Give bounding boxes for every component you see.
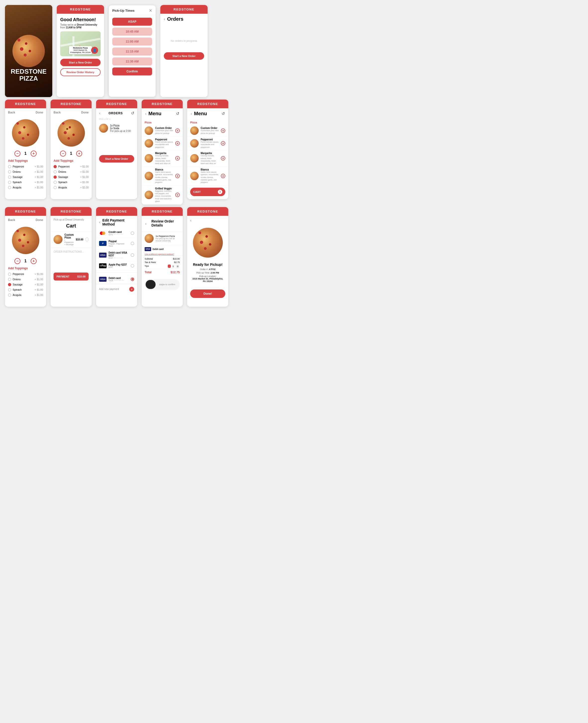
time-1100[interactable]: 11:00 AM	[112, 38, 152, 45]
use-different-payment-link[interactable]: Use a different payment method?	[142, 253, 183, 255]
topping-arugula[interactable]: Arugula + $1.00	[5, 293, 46, 298]
orders-new-order-button[interactable]: Start a New Order	[164, 52, 204, 60]
delete-icon[interactable]: ○	[85, 237, 89, 241]
payment-option-applepay[interactable]: ⊹Pay Apple Pay 6237 6237	[96, 261, 137, 271]
add-custom-button[interactable]: +	[221, 128, 225, 133]
paypal-radio[interactable]	[131, 242, 134, 245]
payment-option-debit-selected[interactable]: VISA Debit card VISA ···· ···· ···· ····	[96, 275, 137, 284]
qty-decrease[interactable]: −	[15, 258, 20, 264]
add-payment-button[interactable]: +	[129, 287, 134, 292]
order-instructions[interactable]: ORDER INSTRUCTIONS...	[50, 248, 91, 256]
start-new-order-button[interactable]: Start a New Order	[60, 59, 101, 66]
cart-pickup-label: Pick-up at Drexel University	[50, 216, 91, 222]
review-order-history-button[interactable]: Review Order History	[60, 68, 101, 76]
topping-onions[interactable]: Onions + $1.00	[50, 169, 91, 174]
back-icon[interactable]: ‹	[145, 111, 146, 116]
screen-menu-1: REDSTONE ‹ Menu ↺ Pizza Custom Order Cus…	[142, 100, 183, 205]
tip-btn-3[interactable]: |||	[176, 264, 180, 268]
cart-badge: 1	[218, 190, 222, 194]
menu-item-margarita[interactable]: Margarita Chunky tomato sauce, fresh moz…	[187, 150, 228, 167]
back-icon[interactable]: ‹	[145, 221, 146, 226]
menu-item-icon	[190, 154, 199, 163]
menu-item-bianca[interactable]: Bianca Garlic herb sauce, spinach, mozza…	[142, 167, 183, 186]
add-pepperoni-button[interactable]: +	[175, 141, 180, 146]
payment-option-credit[interactable]: Credit card 1271 ········ ········	[96, 229, 137, 238]
back-icon[interactable]: ‹	[190, 218, 191, 222]
cart-button[interactable]: CART 1	[190, 188, 225, 196]
confirm-button[interactable]: Confirm	[112, 67, 152, 76]
refresh-icon[interactable]: ↺	[222, 111, 225, 116]
menu-item-custom[interactable]: Custom Order Customize your own pizza fo…	[142, 125, 183, 136]
back-icon[interactable]: ‹	[99, 111, 100, 115]
topping-spinach[interactable]: Spinach + $1.00	[5, 180, 46, 185]
topping-onions[interactable]: Onions + $1.00	[5, 169, 46, 174]
done-button[interactable]: Done!	[190, 290, 225, 298]
add-margarita-button[interactable]: +	[175, 156, 180, 161]
menu-item-bianca[interactable]: Bianca Garlic herb sauce, spinach, mozza…	[187, 167, 228, 186]
refresh-icon[interactable]: ↺	[131, 111, 134, 115]
back-button[interactable]: Back	[54, 111, 61, 114]
order-new-order-button[interactable]: Start a New Order	[99, 155, 134, 163]
map-fab-icon[interactable]: 👤	[91, 47, 98, 54]
menu-item-margarita[interactable]: Margarita Chunky tomato sauce, fresh moz…	[142, 150, 183, 167]
add-pepperoni-button[interactable]: +	[221, 141, 225, 146]
debit-selected-radio[interactable]	[131, 277, 134, 281]
done-button[interactable]: Done	[81, 111, 89, 114]
time-asap[interactable]: ASAP	[112, 18, 152, 26]
payment-option-paypal[interactable]: P Paypal Paypal - Payment Time	[96, 238, 137, 249]
menu-item-grilled-veggie[interactable]: Grilled Veggie Eggplant, zucchini, red p…	[142, 186, 183, 205]
greeting-subtitle: Today we're at Drexel Universityfrom 11A…	[60, 23, 101, 29]
back-icon[interactable]: ‹	[191, 111, 192, 116]
close-icon[interactable]: ✕	[149, 8, 152, 13]
add-bianca-button[interactable]: +	[221, 174, 225, 178]
visa-radio[interactable]	[131, 253, 134, 257]
done-button[interactable]: Done	[36, 218, 43, 222]
add-margarita-button[interactable]: +	[221, 156, 225, 161]
topping-pepperoni[interactable]: Pepperoni + $1.00	[5, 272, 46, 277]
tip-btn-1[interactable]: |	[168, 264, 171, 268]
done-button[interactable]: Done	[36, 111, 43, 114]
topping-sausage[interactable]: Sausage + $1.00	[5, 174, 46, 180]
time-1045[interactable]: 10:45 AM	[112, 28, 152, 36]
topping-arugula[interactable]: Arugula + $1.00	[50, 185, 91, 190]
topping-pepperoni[interactable]: Pepperoni + $1.00	[5, 164, 46, 169]
swipe-to-confirm[interactable]: swipe to confirm	[145, 279, 180, 290]
order-pickup-time: For pick-up at 2:00	[110, 130, 131, 132]
topping-sausage[interactable]: Sausage + $1.00	[5, 282, 46, 287]
refresh-icon[interactable]: ↺	[176, 111, 179, 116]
payment-button[interactable]: PAYMENT $10.00	[54, 273, 89, 280]
qty-increase[interactable]: +	[30, 151, 37, 156]
time-1115[interactable]: 11:15 AM	[112, 47, 152, 56]
back-button[interactable]: Back	[8, 111, 15, 114]
add-grilled-button[interactable]: +	[175, 193, 180, 197]
swipe-handle[interactable]	[146, 280, 155, 289]
back-button[interactable]: Back	[8, 218, 15, 222]
topping-onions[interactable]: Onions + $1.00	[5, 277, 46, 282]
tip-btn-2[interactable]: ||	[171, 264, 175, 268]
order-line1: 1x Pizza	[110, 124, 131, 127]
add-payment-row[interactable]: Add new payment +	[96, 284, 137, 294]
time-1130[interactable]: 11:30 AM	[112, 58, 152, 65]
add-custom-button[interactable]: +	[175, 128, 180, 133]
topping-sausage[interactable]: Sausage + $1.00	[50, 174, 91, 180]
menu-item-pepperoni[interactable]: Pepperoni Fresh tomato sauce, mozzarella…	[187, 136, 228, 150]
topping-pepperoni[interactable]: Pepperoni + $1.00	[50, 164, 91, 169]
qty-increase[interactable]: +	[76, 151, 82, 156]
topping-spinach[interactable]: Spinach + $1.00	[50, 180, 91, 185]
pizza-image	[12, 227, 39, 254]
qty-decrease[interactable]: −	[15, 151, 20, 156]
menu-item-icon	[145, 126, 153, 135]
menu-item-custom[interactable]: Custom Order Customize your own pizza fo…	[187, 125, 228, 136]
screen-pickup: Pick-Up Times ✕ ASAP 10:45 AM 11:00 AM 1…	[108, 5, 156, 97]
applepay-radio[interactable]	[131, 264, 134, 268]
back-icon[interactable]: ‹	[99, 220, 100, 225]
payment-option-debit-visa[interactable]: VISA Debit card VISA 6237 6237 ········ …	[96, 249, 137, 261]
back-icon[interactable]: ‹	[164, 17, 165, 21]
add-bianca-button[interactable]: +	[175, 174, 180, 178]
qty-increase[interactable]: +	[30, 258, 37, 264]
credit-radio[interactable]	[131, 231, 134, 235]
menu-item-pepperoni[interactable]: Pepperoni Fresh tomato sauce, mozzarella…	[142, 136, 183, 150]
topping-spinach[interactable]: Spinach + $1.00	[5, 287, 46, 293]
topping-arugula[interactable]: Arugula + $1.00	[5, 185, 46, 190]
qty-decrease[interactable]: −	[60, 151, 66, 156]
